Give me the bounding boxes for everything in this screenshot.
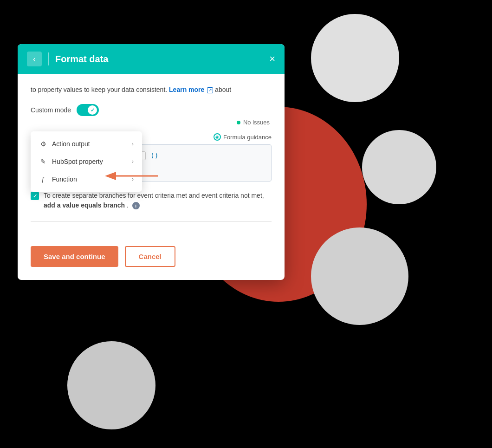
cancel-button[interactable]: Cancel (125, 246, 175, 267)
status-dot (237, 121, 240, 124)
save-continue-button[interactable]: Save and continue (31, 246, 118, 267)
checkbox-label: To create separate branches for event cr… (44, 191, 272, 210)
eye-icon: ◉ (214, 133, 221, 141)
info-icon[interactable]: i (132, 202, 140, 209)
dialog-description: to property values to keep your data con… (31, 85, 272, 95)
custom-mode-toggle[interactable]: ✓ (77, 104, 99, 116)
toggle-knob: ✓ (88, 105, 97, 115)
toggle-check-icon: ✓ (91, 107, 95, 113)
dropdown-item-hubspot-property[interactable]: ✎ HubSpot property › (31, 153, 142, 170)
bg-circle-bottom-right (311, 227, 408, 325)
action-output-icon: ⚙ (39, 140, 47, 148)
back-button[interactable]: ‹ (27, 52, 42, 66)
close-button[interactable]: × (269, 54, 275, 64)
hubspot-property-icon: ✎ (39, 157, 47, 166)
checkbox-checked[interactable]: ✓ (31, 192, 39, 200)
learn-more-link[interactable]: Learn more (169, 86, 204, 93)
formula-text-end: )) (151, 152, 159, 159)
bg-circle-bottom-left (67, 341, 155, 429)
checkbox-section: ✓ To create separate branches for event … (31, 191, 272, 222)
checkbox-check-icon: ✓ (33, 193, 37, 199)
function-icon: ƒ (39, 175, 47, 183)
custom-mode-row: Custom mode ✓ (31, 104, 272, 116)
header-divider (48, 52, 49, 65)
chevron-right-icon: › (132, 141, 134, 147)
external-link-icon: ↗ (207, 87, 213, 93)
status-row: No issues (31, 119, 272, 126)
bg-circle-top-right (311, 14, 399, 102)
bg-circle-mid-right (362, 130, 436, 204)
chevron-right-icon-2: › (132, 158, 134, 165)
dialog-header: ‹ Format data × (18, 44, 285, 74)
status-text: No issues (243, 119, 270, 126)
dropdown-item-action-output[interactable]: ⚙ Action output › (31, 135, 142, 153)
custom-mode-label: Custom mode (31, 106, 71, 114)
dialog-title: Format data (55, 54, 263, 65)
orange-arrow-indicator (102, 169, 162, 184)
formula-guidance-button[interactable]: ◉ Formula guidance (214, 133, 272, 141)
dialog-footer: Save and continue Cancel (18, 246, 285, 280)
format-data-dialog: ‹ Format data × to property values to ke… (18, 44, 285, 280)
